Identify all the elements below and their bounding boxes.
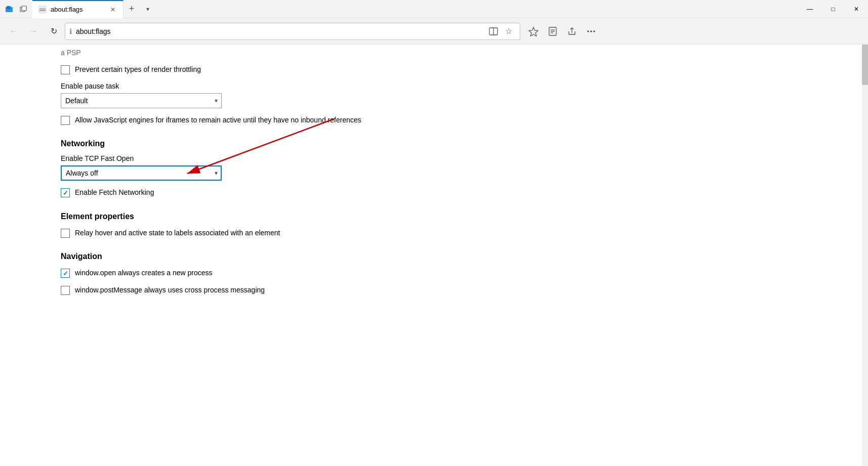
back-btn[interactable]: ← bbox=[4, 22, 22, 40]
enable-fetch-networking-checkbox[interactable] bbox=[61, 188, 70, 197]
minimize-btn[interactable]: — bbox=[798, 0, 821, 18]
tab-dropdown-btn[interactable]: ▾ bbox=[140, 0, 156, 18]
window-open-new-process-checkbox[interactable] bbox=[61, 269, 70, 278]
new-tab-btn[interactable]: + bbox=[123, 0, 140, 18]
restore-window-btn[interactable] bbox=[18, 4, 28, 14]
url-text: about:flags bbox=[76, 27, 482, 35]
svg-rect-3 bbox=[22, 6, 26, 11]
enable-pause-task-label: Enable pause task bbox=[61, 82, 807, 90]
svg-rect-5 bbox=[39, 9, 46, 10]
prevent-throttling-row: Prevent certain types of render throttli… bbox=[61, 65, 807, 75]
relay-hover-checkbox[interactable] bbox=[61, 229, 70, 238]
favorites-bar-btn[interactable] bbox=[524, 22, 543, 40]
enable-tcp-fast-open-label: Enable TCP Fast Open bbox=[61, 154, 807, 162]
window-open-new-process-row: window.open always creates a new process bbox=[61, 268, 807, 278]
enable-fetch-networking-row: Enable Fetch Networking bbox=[61, 188, 807, 198]
title-bar-left bbox=[0, 4, 32, 14]
active-tab[interactable]: about:flags ✕ bbox=[32, 0, 123, 18]
title-bar: about:flags ✕ + ▾ — □ ✕ bbox=[0, 0, 868, 18]
allow-js-engines-checkbox[interactable] bbox=[61, 116, 70, 125]
allow-js-engines-label: Allow JavaScript engines for iframes to … bbox=[75, 115, 361, 125]
svg-point-15 bbox=[587, 30, 589, 32]
url-bar-actions: ☆ bbox=[486, 24, 516, 38]
share-btn[interactable] bbox=[563, 22, 581, 40]
allow-js-engines-row: Allow JavaScript engines for iframes to … bbox=[61, 115, 807, 125]
top-label: a PSP bbox=[61, 49, 81, 57]
scrollbar[interactable] bbox=[862, 45, 868, 466]
favorites-btn[interactable]: ☆ bbox=[502, 24, 516, 38]
close-btn[interactable]: ✕ bbox=[845, 0, 868, 18]
enable-fetch-networking-label: Enable Fetch Networking bbox=[75, 188, 154, 198]
reading-list-btn[interactable] bbox=[544, 22, 562, 40]
enable-tcp-fast-open-row: Enable TCP Fast Open Default Always on A… bbox=[61, 154, 807, 181]
address-bar: ← → ↻ ℹ about:flags ☆ bbox=[0, 18, 868, 45]
tab-close-btn[interactable]: ✕ bbox=[109, 6, 117, 14]
more-btn[interactable] bbox=[582, 22, 600, 40]
window-icon bbox=[4, 4, 14, 14]
url-security-icon: ℹ bbox=[69, 27, 72, 35]
svg-point-16 bbox=[590, 30, 592, 32]
url-bar[interactable]: ℹ about:flags ☆ bbox=[65, 23, 520, 40]
svg-marker-9 bbox=[529, 27, 538, 36]
relay-hover-label: Relay hover and active state to labels a… bbox=[75, 228, 280, 238]
enable-pause-task-select[interactable]: Default Enabled Disabled bbox=[61, 93, 222, 108]
tab-group: about:flags ✕ + ▾ bbox=[32, 0, 156, 18]
relay-hover-row: Relay hover and active state to labels a… bbox=[61, 228, 807, 238]
prevent-throttling-checkbox[interactable] bbox=[61, 65, 70, 74]
window-controls: — □ ✕ bbox=[798, 0, 868, 18]
prevent-throttling-label: Prevent certain types of render throttli… bbox=[75, 65, 201, 75]
enable-tcp-fast-open-select[interactable]: Default Always on Always off bbox=[61, 165, 222, 181]
window-post-message-row: window.postMessage always uses cross pro… bbox=[61, 285, 807, 295]
navigation-section-header: Navigation bbox=[61, 252, 807, 261]
split-screen-btn[interactable] bbox=[486, 24, 501, 38]
forward-btn[interactable]: → bbox=[24, 22, 43, 40]
tab-favicon bbox=[38, 6, 47, 14]
element-properties-section-header: Element properties bbox=[61, 212, 807, 221]
window-post-message-label: window.postMessage always uses cross pro… bbox=[75, 285, 265, 295]
refresh-btn[interactable]: ↻ bbox=[45, 22, 63, 40]
scrollbar-thumb[interactable] bbox=[862, 45, 868, 85]
window-open-new-process-label: window.open always creates a new process bbox=[75, 268, 213, 278]
toolbar-actions bbox=[524, 22, 600, 40]
networking-section-header: Networking bbox=[61, 139, 807, 148]
window-post-message-checkbox[interactable] bbox=[61, 286, 70, 295]
enable-pause-task-row: Enable pause task Default Enabled Disabl… bbox=[61, 82, 807, 108]
tab-title: about:flags bbox=[51, 6, 105, 13]
svg-rect-6 bbox=[39, 10, 46, 11]
maximize-btn[interactable]: □ bbox=[821, 0, 845, 18]
svg-rect-4 bbox=[38, 6, 47, 14]
svg-point-17 bbox=[593, 30, 595, 32]
page-content: a PSP Prevent certain types of render th… bbox=[0, 45, 868, 466]
enable-pause-task-select-wrapper: Default Enabled Disabled ▾ bbox=[61, 93, 222, 108]
svg-rect-1 bbox=[7, 6, 11, 9]
enable-tcp-fast-open-select-wrapper: Default Always on Always off ▾ bbox=[61, 165, 222, 181]
